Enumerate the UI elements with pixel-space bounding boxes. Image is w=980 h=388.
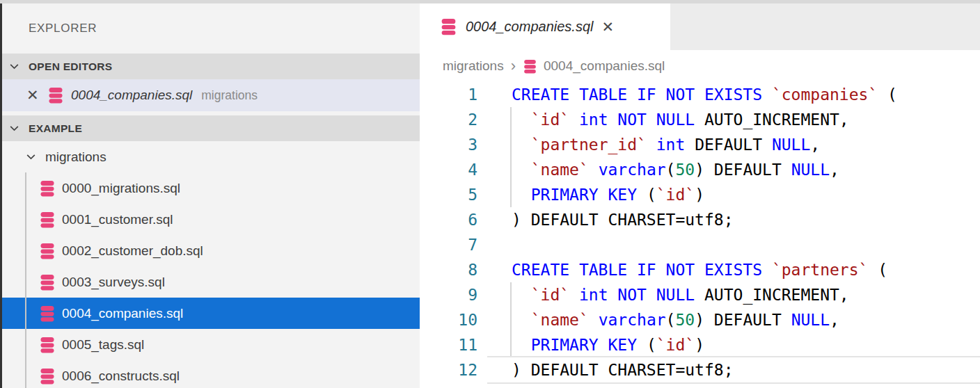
- code-line[interactable]: 6) DEFAULT CHARSET=utf8;: [420, 207, 980, 232]
- tab-0004-companies[interactable]: 0004_companies.sql ✕: [420, 3, 670, 50]
- line-number[interactable]: 7: [420, 232, 477, 257]
- tab-title: 0004_companies.sql: [466, 19, 593, 35]
- tab-close-icon[interactable]: ✕: [601, 19, 614, 35]
- indent-guide: [510, 107, 512, 132]
- line-number[interactable]: 9: [420, 282, 477, 307]
- breadcrumb: migrations › 0004_companies.sql: [420, 50, 980, 82]
- database-icon: [39, 242, 56, 260]
- code-line[interactable]: 10 `name` varchar(50) DEFAULT NULL,: [420, 307, 980, 332]
- section-label: OPEN EDITORS: [29, 60, 112, 73]
- open-editor-folder: migrations: [201, 88, 258, 103]
- tree-item[interactable]: 0005_tags.sql: [0, 329, 420, 360]
- code-line-content: `id` int NOT NULL AUTO_INCREMENT,: [512, 282, 849, 307]
- code-editor[interactable]: 1CREATE TABLE IF NOT EXISTS `companies` …: [420, 82, 980, 388]
- database-icon: [39, 336, 56, 354]
- section-header-example[interactable]: EXAMPLE: [0, 115, 420, 141]
- code-line-content: ) DEFAULT CHARSET=utf8;: [512, 207, 734, 232]
- titlebar-edge: [0, 0, 980, 3]
- breadcrumb-folder[interactable]: migrations: [443, 58, 504, 74]
- editor-group: 0004_companies.sql ✕ migrations › 0004_c…: [420, 3, 980, 388]
- line-number[interactable]: 12: [420, 357, 477, 382]
- line-number[interactable]: 11: [420, 332, 477, 357]
- breadcrumb-separator-icon: ›: [511, 58, 516, 74]
- folder-label: migrations: [45, 149, 106, 165]
- line-number[interactable]: 6: [420, 207, 477, 232]
- indent-guide: [510, 182, 512, 207]
- tree-item[interactable]: 0001_customer.sql: [0, 204, 420, 235]
- tree-item[interactable]: 0006_constructs.sql: [0, 360, 420, 388]
- line-number[interactable]: 8: [420, 257, 477, 282]
- tree-item-label: 0004_companies.sql: [62, 306, 183, 321]
- chevron-down-icon: [8, 122, 20, 134]
- line-number[interactable]: 4: [420, 157, 477, 182]
- indent-guide: [510, 132, 512, 157]
- code-line-content: CREATE TABLE IF NOT EXISTS `partners` (: [512, 257, 887, 282]
- tree-item-label: 0000_migrations.sql: [62, 181, 180, 196]
- tree-item-label: 0003_surveys.sql: [62, 275, 165, 290]
- breadcrumb-file[interactable]: 0004_companies.sql: [544, 58, 665, 74]
- close-icon[interactable]: ✕: [26, 87, 47, 104]
- code-line[interactable]: 2 `id` int NOT NULL AUTO_INCREMENT,: [420, 107, 980, 132]
- vscode-window: EXPLORER OPEN EDITORS ✕ 0004_companies.s…: [0, 0, 980, 388]
- database-icon: [39, 305, 56, 323]
- code-line[interactable]: 12) DEFAULT CHARSET=utf8;: [420, 357, 980, 382]
- code-line[interactable]: 7: [420, 232, 980, 257]
- line-number[interactable]: 5: [420, 182, 477, 207]
- database-icon: [39, 211, 56, 229]
- tree-files: 0000_migrations.sql 0001_customer.sql 00…: [0, 172, 420, 388]
- file-tree: migrations 0000_migrations.sql 0001_cust…: [0, 141, 420, 388]
- database-icon: [39, 367, 56, 385]
- tree-item[interactable]: 0003_surveys.sql: [0, 266, 420, 298]
- indent-guide: [510, 282, 512, 307]
- indent-guide: [510, 332, 512, 357]
- code-line-content: PRIMARY KEY (`id`): [512, 332, 704, 357]
- window-left-border: [0, 3, 2, 388]
- database-icon: [39, 273, 56, 291]
- line-number[interactable]: 3: [420, 132, 477, 157]
- open-editor-filename: 0004_companies.sql: [71, 88, 192, 103]
- code-line-content: PRIMARY KEY (`id`): [512, 182, 704, 207]
- code-line-content: `name` varchar(50) DEFAULT NULL,: [512, 157, 839, 182]
- explorer-sidebar: EXPLORER OPEN EDITORS ✕ 0004_companies.s…: [0, 3, 420, 388]
- sidebar-title: EXPLORER: [0, 3, 420, 54]
- code-line-content: `partner_id` int DEFAULT NULL,: [512, 132, 820, 157]
- tree-item-label: 0002_customer_dob.sql: [62, 243, 203, 259]
- tree-item-label: 0006_constructs.sql: [62, 369, 180, 384]
- code-line[interactable]: 1CREATE TABLE IF NOT EXISTS `companies` …: [420, 82, 980, 107]
- tree-item-label: 0001_customer.sql: [62, 212, 173, 227]
- indent-guide: [25, 172, 26, 388]
- code-line[interactable]: 8CREATE TABLE IF NOT EXISTS `partners` (: [420, 257, 980, 282]
- line-number[interactable]: 10: [420, 307, 477, 332]
- code-line-content: ) DEFAULT CHARSET=utf8;: [512, 357, 734, 382]
- database-icon: [39, 179, 56, 197]
- tab-bar: 0004_companies.sql ✕: [420, 3, 980, 50]
- section-label: EXAMPLE: [29, 122, 82, 135]
- chevron-down-icon: [8, 60, 20, 72]
- database-icon: [523, 58, 537, 74]
- code-line-content: `name` varchar(50) DEFAULT NULL,: [512, 307, 839, 332]
- indent-guide: [510, 307, 512, 332]
- tree-item[interactable]: 0000_migrations.sql: [0, 172, 420, 204]
- open-editor-item[interactable]: ✕ 0004_companies.sql migrations: [0, 79, 420, 111]
- line-number[interactable]: 2: [420, 107, 477, 132]
- database-icon: [440, 17, 457, 36]
- code-line[interactable]: 9 `id` int NOT NULL AUTO_INCREMENT,: [420, 282, 980, 307]
- tree-item[interactable]: 0004_companies.sql: [0, 298, 420, 329]
- tree-folder-migrations[interactable]: migrations: [0, 141, 420, 172]
- code-line[interactable]: 4 `name` varchar(50) DEFAULT NULL,: [420, 157, 980, 182]
- section-header-open-editors[interactable]: OPEN EDITORS: [0, 54, 420, 79]
- indent-guide: [510, 157, 512, 182]
- tree-item[interactable]: 0002_customer_dob.sql: [0, 235, 420, 266]
- line-number[interactable]: 1: [420, 82, 477, 107]
- database-icon: [47, 86, 64, 104]
- code-line[interactable]: 5 PRIMARY KEY (`id`): [420, 182, 980, 207]
- code-line[interactable]: 3 `partner_id` int DEFAULT NULL,: [420, 132, 980, 157]
- code-line[interactable]: 11 PRIMARY KEY (`id`): [420, 332, 980, 357]
- tree-item-label: 0005_tags.sql: [62, 337, 144, 353]
- chevron-down-icon: [25, 151, 37, 163]
- code-line-content: `id` int NOT NULL AUTO_INCREMENT,: [512, 107, 849, 132]
- code-line-content: CREATE TABLE IF NOT EXISTS `companies` (: [512, 82, 897, 107]
